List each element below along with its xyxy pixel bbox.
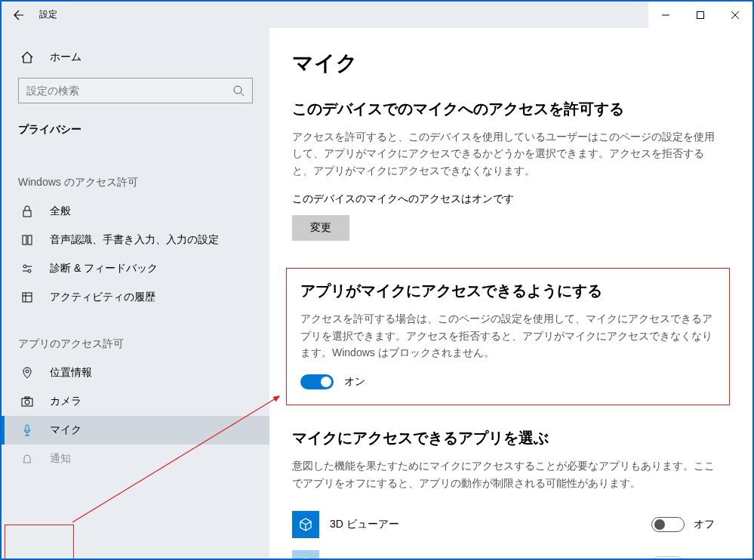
app-toggle-group: オフ — [651, 517, 715, 532]
sidebar-section-privacy: プライバシー — [2, 115, 269, 144]
microphone-icon — [18, 424, 36, 436]
sidebar-item-speech[interactable]: 音声認識、手書き入力、入力の設定 — [2, 226, 269, 254]
change-button[interactable]: 変更 — [292, 215, 349, 241]
sidebar-item-activity[interactable]: アクティビティの履歴 — [2, 283, 269, 312]
feedback-icon — [18, 263, 36, 275]
svg-rect-0 — [697, 11, 704, 18]
minimize-icon — [662, 11, 669, 19]
close-button[interactable] — [718, 2, 752, 28]
svg-point-8 — [26, 370, 29, 373]
sidebar-item-home[interactable]: ホーム — [2, 43, 269, 72]
main-content: マイク このデバイスでのマイクへのアクセスを許可する アクセスを許可すると、この… — [269, 28, 752, 558]
sidebar-item-location[interactable]: 位置情報 — [2, 358, 269, 387]
activity-icon — [18, 291, 36, 303]
back-button[interactable] — [2, 2, 36, 28]
app-name: 3D ビューアー — [330, 518, 651, 531]
bell-icon — [18, 453, 36, 465]
sidebar-item-label: 音声認識、手書き入力、入力の設定 — [50, 233, 219, 247]
annotation-sidebar-highlight — [5, 525, 74, 558]
master-toggle[interactable] — [300, 374, 334, 389]
svg-rect-2 — [23, 211, 31, 217]
titlebar: 設定 — [2, 2, 752, 28]
svg-point-5 — [23, 265, 26, 268]
section-app-access-desc: アクセスを許可する場合は、このページの設定を使用して、マイクにアクセスできるアプ… — [300, 310, 716, 361]
section-choose-apps-desc: 意図した機能を果たすためにマイクにアクセスすることが必要なアプリもあります。ここ… — [292, 457, 715, 491]
app-icon-cortana — [292, 550, 319, 558]
svg-point-1 — [234, 86, 242, 94]
back-arrow-icon — [13, 9, 25, 21]
svg-rect-12 — [26, 425, 29, 431]
svg-point-6 — [28, 269, 31, 272]
sidebar-item-label: アクティビティの履歴 — [50, 291, 155, 304]
sidebar-item-microphone[interactable]: マイク — [2, 416, 269, 445]
search-box[interactable] — [18, 78, 253, 103]
sidebar-item-label: ホーム — [50, 51, 82, 64]
svg-rect-7 — [23, 293, 32, 302]
sidebar-item-camera[interactable]: カメラ — [2, 387, 269, 416]
sidebar-item-notifications[interactable]: 通知 — [2, 445, 269, 473]
app-toggle-3dviewer[interactable] — [651, 517, 685, 532]
minimize-button[interactable] — [648, 2, 683, 28]
svg-rect-11 — [25, 397, 29, 398]
sidebar-item-label: 全般 — [50, 205, 71, 218]
section-choose-apps-heading: マイクにアクセスできるアプリを選ぶ — [292, 428, 730, 448]
device-access-status: このデバイスのマイクへのアクセスはオンです — [292, 192, 730, 206]
sidebar: ホーム プライバシー Windows のアクセス許可 全般 — [2, 28, 269, 558]
app-toggle-label: オフ — [694, 557, 715, 558]
app-toggle-group: オフ — [651, 556, 715, 558]
sidebar-item-general[interactable]: 全般 — [2, 197, 269, 226]
maximize-icon — [697, 11, 704, 19]
settings-window: 設定 ホーム — [0, 0, 754, 560]
sidebar-item-label: 診断 & フィードバック — [50, 262, 158, 275]
window-title: 設定 — [36, 8, 57, 21]
app-row-3dviewer: 3D ビューアー オフ — [292, 505, 715, 544]
close-icon — [731, 11, 739, 19]
maximize-button[interactable] — [683, 2, 718, 28]
sidebar-item-label: マイク — [50, 423, 82, 437]
window-controls — [648, 2, 752, 28]
home-icon — [18, 51, 36, 64]
camera-icon — [18, 395, 36, 408]
sidebar-item-label: 通知 — [50, 452, 71, 466]
section-app-access-heading: アプリがマイクにアクセスできるようにする — [300, 281, 716, 301]
app-toggle-label: オフ — [694, 518, 715, 531]
sidebar-item-diagnostics[interactable]: 診断 & フィードバック — [2, 254, 269, 283]
page-title: マイク — [292, 49, 730, 78]
app-row-cortana: Cortana オフ — [292, 544, 715, 558]
search-input[interactable] — [26, 85, 232, 97]
content-area: ホーム プライバシー Windows のアクセス許可 全般 — [2, 28, 752, 558]
master-toggle-label: オン — [344, 375, 365, 389]
search-icon — [232, 85, 245, 97]
svg-rect-4 — [28, 235, 32, 245]
app-icon-3dviewer — [292, 511, 319, 538]
master-toggle-row: オン — [300, 374, 716, 389]
sidebar-item-label: カメラ — [50, 395, 82, 408]
sidebar-group-windows-permissions: Windows のアクセス許可 — [2, 164, 269, 197]
app-toggle-cortana[interactable] — [651, 556, 685, 558]
svg-point-10 — [25, 400, 29, 405]
sidebar-group-app-permissions: アプリのアクセス許可 — [2, 325, 269, 358]
section-device-access-heading: このデバイスでのマイクへのアクセスを許可する — [292, 99, 730, 119]
speech-icon — [18, 234, 36, 246]
lock-icon — [18, 205, 36, 217]
annotation-main-highlight: アプリがマイクにアクセスできるようにする アクセスを許可する場合は、このページの… — [286, 268, 730, 405]
svg-rect-3 — [23, 235, 26, 245]
sidebar-item-label: 位置情報 — [50, 366, 92, 380]
section-device-access-desc: アクセスを許可すると、このデバイスを使用しているユーザーはこのページの設定を使用… — [292, 128, 715, 179]
app-name: Cortana — [330, 558, 651, 558]
location-icon — [18, 367, 36, 379]
